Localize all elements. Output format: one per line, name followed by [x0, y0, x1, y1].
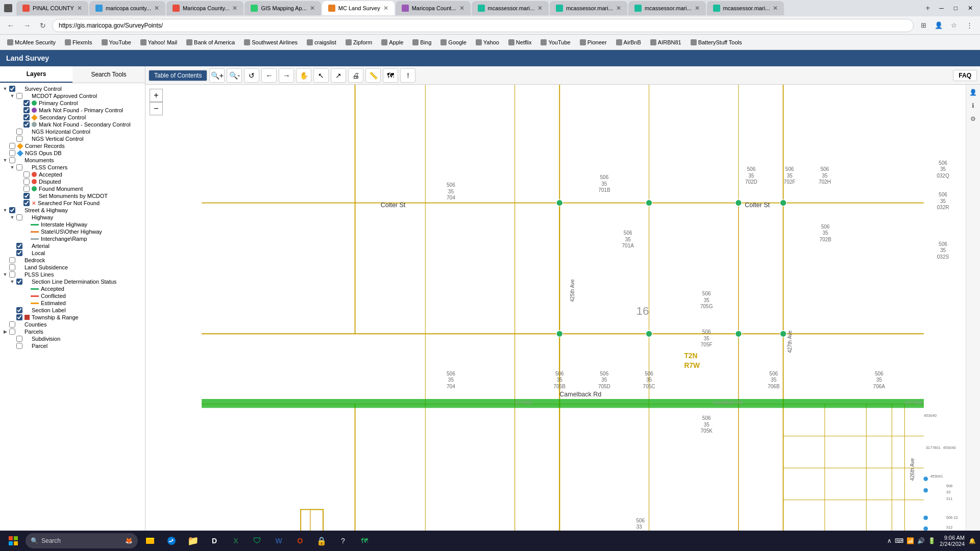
layer-item-accepted[interactable]: Accepted — [0, 171, 145, 178]
refresh-button[interactable]: ↻ — [37, 19, 49, 32]
zoom-previous-tool[interactable]: ← — [261, 68, 277, 83]
layer-item-ngs_opus[interactable]: NGS Opus DB — [0, 149, 145, 157]
layer-item-corner_records[interactable]: Corner Records — [0, 142, 145, 149]
taskbar-app-gis[interactable]: 🗺 — [355, 532, 374, 550]
bookmark-yahoo!-mail[interactable]: Yahoo! Mail — [137, 38, 180, 46]
layer-item-section_line_det[interactable]: ▼Section Line Determination Status — [0, 278, 145, 285]
layer-item-mcdot[interactable]: ▼MCDOT Approved Control — [0, 92, 145, 99]
checkbox-mark_not_found_primary[interactable] — [23, 107, 30, 113]
checkbox-searched_not_found[interactable] — [23, 200, 30, 206]
layer-item-ngs_vert[interactable]: NGS Vertical Control — [0, 135, 145, 142]
checkbox-survey_control[interactable] — [9, 86, 15, 92]
tray-keyboard[interactable]: ⌨ — [895, 537, 903, 544]
checkbox-plss_lines[interactable] — [9, 271, 15, 278]
checkbox-ngs_vert[interactable] — [16, 136, 22, 142]
taskbar-app-defender[interactable]: 🔒 — [312, 532, 331, 550]
bookmark-airbn81[interactable]: AIRBN81 — [647, 38, 684, 46]
maximize-button[interactable]: □ — [951, 4, 961, 13]
right-panel-icon-1[interactable]: 👤 — [968, 87, 979, 98]
layer-item-plss_corners[interactable]: ▼PLSS Corners — [0, 164, 145, 171]
layer-item-interstate[interactable]: Interstate Highway — [0, 221, 145, 228]
bookmark-batterystuff-tools[interactable]: BatteryStuff Tools — [688, 38, 745, 46]
browser-tab-t5[interactable]: MC Land Survey✕ — [322, 1, 395, 15]
new-tab-button[interactable]: + — [921, 3, 934, 14]
share-tool[interactable]: ↗ — [331, 68, 346, 83]
print-tool[interactable]: 🖨 — [348, 68, 363, 83]
checkbox-disputed[interactable] — [23, 179, 30, 185]
zoom-out-button[interactable]: − — [150, 102, 163, 115]
faq-button[interactable]: FAQ — [953, 70, 977, 81]
checkbox-local[interactable] — [16, 250, 22, 256]
browser-tab-t4[interactable]: GIS Mapping Ap...✕ — [244, 1, 321, 15]
checkbox-primary_control[interactable] — [23, 100, 30, 106]
minimize-button[interactable]: ─ — [936, 4, 947, 13]
layer-item-counties[interactable]: Counties — [0, 321, 145, 328]
bookmark-youtube[interactable]: YouTube — [537, 38, 573, 46]
layer-item-parcel[interactable]: Parcel — [0, 342, 145, 349]
expand-icon-monuments[interactable]: ▼ — [2, 157, 8, 163]
browser-tab-t8[interactable]: mcassessor.mari...✕ — [550, 1, 627, 15]
checkbox-section_label[interactable] — [16, 307, 22, 313]
browser-tab-t7[interactable]: mcassessor.mari...✕ — [472, 1, 549, 15]
checkbox-bedrock[interactable] — [9, 257, 15, 263]
browser-tab-t1[interactable]: PINAL COUNTY✕ — [16, 1, 88, 15]
checkbox-arterial[interactable] — [16, 243, 22, 249]
layer-item-mark_not_found_primary[interactable]: Mark Not Found - Primary Control — [0, 107, 145, 114]
layer-item-township_range[interactable]: Township & Range — [0, 314, 145, 321]
taskbar-app-office[interactable]: O — [291, 532, 309, 550]
expand-icon-section_line_det[interactable]: ▼ — [9, 279, 15, 285]
layer-item-found_monument[interactable]: Found Monument — [0, 185, 145, 192]
tray-wifi[interactable]: 📶 — [906, 537, 914, 544]
checkbox-set_monuments[interactable] — [23, 193, 30, 199]
browser-tab-t6[interactable]: Maricopa Count...✕ — [396, 1, 471, 15]
browser-tab-t3[interactable]: Maricopa County...✕ — [166, 1, 244, 15]
layer-item-set_monuments[interactable]: Set Monuments by MCDOT — [0, 192, 145, 199]
checkbox-parcel[interactable] — [16, 343, 22, 349]
expand-icon-highway[interactable]: ▼ — [9, 214, 15, 220]
taskbar-app-help[interactable]: ? — [334, 532, 352, 550]
address-bar[interactable] — [52, 19, 914, 32]
checkbox-parcels_group[interactable] — [9, 329, 15, 335]
expand-icon-mcdot[interactable]: ▼ — [9, 93, 15, 99]
bookmark-southwest-airlines[interactable]: Southwest Airlines — [241, 38, 301, 46]
select-tool[interactable]: ↖ — [313, 68, 329, 83]
layer-item-section_label[interactable]: Section Label — [0, 307, 145, 314]
layer-item-street_highway[interactable]: ▼Street & Highway — [0, 207, 145, 214]
info-tool[interactable]: ! — [400, 68, 415, 83]
bookmark-netflix[interactable]: Netflix — [505, 38, 535, 46]
checkbox-found_monument[interactable] — [23, 186, 30, 192]
layer-item-secondary_control[interactable]: Secondary Control — [0, 114, 145, 121]
zoom-out-tool[interactable]: 🔍- — [227, 68, 242, 83]
bookmark-yahoo[interactable]: Yahoo — [473, 38, 502, 46]
checkbox-secondary_control[interactable] — [23, 114, 30, 120]
checkbox-mark_not_found_secondary[interactable] — [23, 121, 30, 128]
layer-item-disputed[interactable]: Disputed — [0, 178, 145, 185]
close-button[interactable]: ✕ — [965, 4, 976, 13]
right-panel-icon-2[interactable]: ℹ — [968, 100, 979, 111]
checkbox-land_subsidence[interactable] — [9, 264, 15, 270]
checkbox-subdivision[interactable] — [16, 336, 22, 342]
taskbar-app-word[interactable]: W — [270, 532, 288, 550]
layer-item-bedrock[interactable]: Bedrock — [0, 257, 145, 264]
layer-item-searched_not_found[interactable]: ✕Searched For Not Found — [0, 199, 145, 207]
layer-item-plss_lines[interactable]: ▼PLSS Lines — [0, 271, 145, 278]
checkbox-section_line_det[interactable] — [16, 279, 22, 285]
expand-icon-plss_corners[interactable]: ▼ — [9, 164, 15, 170]
forward-button[interactable]: → — [20, 19, 34, 32]
measure-tool[interactable]: 📏 — [365, 68, 381, 83]
table-of-contents-button[interactable]: Table of Contents — [149, 70, 207, 81]
tray-up-arrow[interactable]: ∧ — [887, 537, 892, 544]
map-canvas[interactable]: + − — [145, 85, 980, 551]
pan-tool[interactable]: ✋ — [296, 68, 311, 83]
expand-icon-parcels_group[interactable]: ▶ — [2, 329, 8, 335]
layer-item-ngs_horiz[interactable]: NGS Horizontal Control — [0, 128, 145, 135]
expand-icon-street_highway[interactable]: ▼ — [2, 207, 8, 213]
layer-item-monuments[interactable]: ▼Monuments — [0, 157, 145, 164]
bookmark-pioneer[interactable]: Pioneer — [577, 38, 610, 46]
checkbox-counties[interactable] — [9, 321, 15, 328]
bookmark-zipform[interactable]: Zipform — [342, 38, 375, 46]
tab-layers[interactable]: Layers — [0, 66, 72, 83]
bookmark-craigslist[interactable]: craigslist — [304, 38, 339, 46]
default-extent-tool[interactable]: ↺ — [244, 68, 259, 83]
expand-icon-survey_control[interactable]: ▼ — [2, 86, 8, 92]
